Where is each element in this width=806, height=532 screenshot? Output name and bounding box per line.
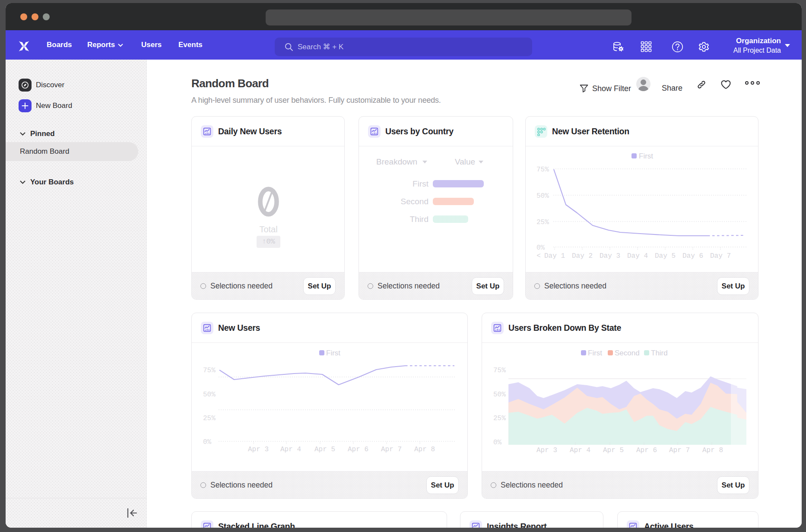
svg-text:75%: 75% — [493, 367, 506, 374]
svg-text:Day 2: Day 2 — [572, 252, 593, 260]
svg-text:50%: 50% — [536, 192, 549, 200]
svg-text:25%: 25% — [203, 415, 216, 422]
svg-text:Apr 6: Apr 6 — [636, 446, 657, 454]
svg-text:0%: 0% — [203, 438, 212, 446]
svg-text:Apr 4: Apr 4 — [570, 446, 590, 454]
svg-text:Apr 5: Apr 5 — [603, 446, 624, 454]
svg-text:Day 6: Day 6 — [682, 252, 703, 260]
svg-text:25%: 25% — [493, 415, 506, 422]
svg-text:Day 5: Day 5 — [655, 252, 676, 260]
svg-text:75%: 75% — [203, 367, 216, 374]
svg-text:0%: 0% — [536, 244, 545, 252]
svg-text:<: < — [536, 252, 541, 260]
svg-text:0%: 0% — [493, 439, 502, 446]
svg-text:Day 3: Day 3 — [600, 252, 620, 260]
svg-text:Apr 6: Apr 6 — [348, 446, 368, 453]
svg-text:First: First — [639, 152, 653, 160]
svg-text:75%: 75% — [536, 166, 549, 174]
svg-text:Apr 3: Apr 3 — [536, 446, 557, 454]
svg-text:Third: Third — [651, 349, 668, 357]
svg-text:Apr 8: Apr 8 — [414, 446, 435, 453]
svg-text:Apr 3: Apr 3 — [248, 446, 269, 453]
svg-text:First: First — [326, 349, 340, 357]
svg-text:First: First — [588, 349, 602, 357]
svg-text:Day 4: Day 4 — [627, 252, 648, 260]
svg-text:50%: 50% — [203, 391, 216, 399]
svg-text:Second: Second — [615, 349, 640, 357]
svg-text:Apr 7: Apr 7 — [669, 446, 690, 454]
svg-text:Day 7: Day 7 — [710, 252, 731, 260]
svg-text:Day 1: Day 1 — [544, 252, 565, 260]
svg-text:Apr 8: Apr 8 — [702, 446, 723, 454]
svg-text:25%: 25% — [536, 218, 549, 226]
svg-text:50%: 50% — [493, 391, 506, 399]
svg-text:Apr 4: Apr 4 — [280, 446, 301, 453]
svg-text:Apr 5: Apr 5 — [314, 446, 335, 453]
svg-text:Apr 7: Apr 7 — [381, 446, 402, 453]
